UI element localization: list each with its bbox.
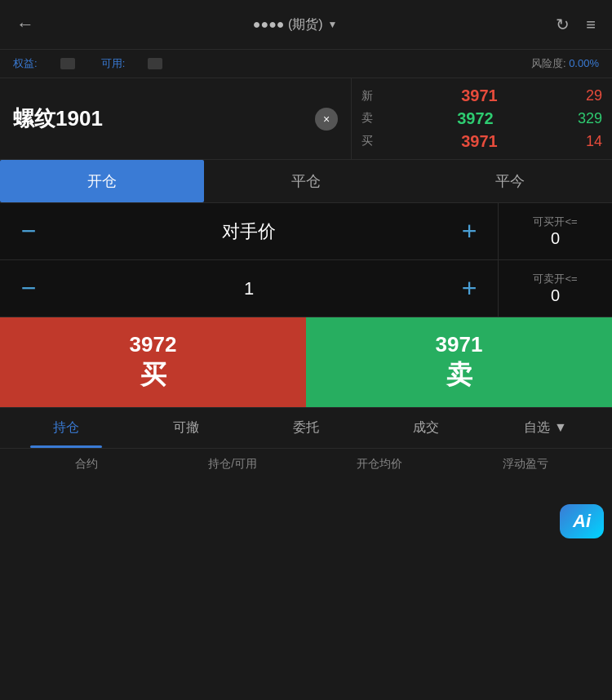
sell-action-price: 3971 (436, 332, 483, 357)
tab-pingcang[interactable]: 平仓 (204, 160, 408, 202)
sell-label: 卖 (361, 111, 373, 126)
sell-available-label: 可卖开<= (533, 272, 577, 286)
buy-available-info: 可买开<= 0 (498, 203, 612, 259)
price-increase-button[interactable]: + (441, 203, 498, 259)
buy-button[interactable]: 3972 买 (0, 317, 306, 407)
ai-badge[interactable]: Ai (560, 504, 604, 538)
risk-value: 0.00% (569, 57, 599, 69)
col-headers: 合约 持仓/可用 开仓均价 浮动盈亏 (0, 448, 612, 480)
tab-entrust[interactable]: 委托 (246, 408, 366, 448)
clear-contract-button[interactable]: × (315, 108, 338, 131)
input-section: − 对手价 + 可买开<= 0 − 1 + 可卖开<= 0 (0, 203, 612, 317)
col-avg-price: 开仓均价 (306, 457, 453, 472)
contract-row: 螺纹1901 × 新 3971 29 卖 3972 329 买 3971 14 (0, 78, 612, 159)
price-input-row: − 对手价 + 可买开<= 0 (0, 203, 612, 260)
tab-holdings[interactable]: 持仓 (7, 408, 126, 448)
buy-action-label: 买 (140, 357, 166, 393)
action-row: 3972 买 3971 卖 (0, 317, 612, 407)
contract-name: 螺纹1901 (13, 104, 315, 133)
col-contract: 合约 (13, 457, 160, 472)
menu-button[interactable]: ≡ (586, 16, 596, 34)
back-button[interactable]: ← (16, 14, 34, 35)
new-label: 新 (361, 89, 373, 104)
col-holdings: 持仓/可用 (160, 457, 307, 472)
header: ← ●●●● ●●●● (期货)(期货) ▼ ↻ ≡ (0, 0, 612, 49)
tab-cancelable[interactable]: 可撤 (126, 408, 246, 448)
risk-section: 风险度: 0.00% (531, 56, 599, 71)
price-input-value[interactable]: 对手价 (57, 219, 441, 244)
tab-kaicang[interactable]: 开仓 (0, 160, 204, 202)
qty-input-row: − 1 + 可卖开<= 0 (0, 260, 612, 317)
qty-increase-button[interactable]: + (441, 260, 498, 317)
sell-count: 329 (578, 110, 602, 127)
watchlist-label: 自选 ▼ (486, 419, 605, 436)
equity-icon (60, 58, 75, 69)
sell-price-row: 卖 3972 329 (361, 109, 602, 128)
buy-available-label: 可买开<= (533, 215, 577, 229)
refresh-button[interactable]: ↻ (556, 15, 570, 34)
available-label: 可用: (101, 56, 126, 71)
sell-button[interactable]: 3971 卖 (306, 317, 612, 407)
header-center: ●●●● ●●●● (期货)(期货) ▼ (253, 16, 338, 33)
price-decrease-button[interactable]: − (0, 203, 57, 259)
new-price-row: 新 3971 29 (361, 86, 602, 105)
sell-available-value: 0 (551, 286, 560, 305)
tab-pingjin[interactable]: 平今 (408, 160, 612, 202)
new-price: 3971 (461, 86, 498, 105)
dropdown-icon[interactable]: ▼ (328, 19, 338, 30)
qty-input-value[interactable]: 1 (57, 278, 441, 299)
sell-price: 3972 (457, 109, 494, 128)
account-title: ●●●● ●●●● (期货)(期货) (253, 16, 323, 33)
buy-available-value: 0 (551, 229, 560, 248)
bottom-tabs: 持仓 可撤 委托 成交 自选 ▼ (0, 407, 612, 448)
buy-action-price: 3972 (130, 332, 177, 357)
risk-label: 风险度: (531, 57, 566, 69)
tab-deals[interactable]: 成交 (366, 408, 486, 448)
available-icon (148, 58, 162, 69)
info-bar: 权益: 可用: 风险度: 0.00% (0, 49, 612, 78)
order-tabs: 开仓 平仓 平今 (0, 159, 612, 203)
contract-left: 螺纹1901 × (0, 78, 351, 159)
qty-decrease-button[interactable]: − (0, 260, 57, 317)
buy-price-row: 买 3971 14 (361, 132, 602, 151)
new-count: 29 (586, 87, 602, 104)
header-icons: ↻ ≡ (556, 15, 596, 34)
sell-available-info: 可卖开<= 0 (498, 260, 612, 317)
col-pnl: 浮动盈亏 (453, 457, 600, 472)
tab-watchlist[interactable]: 自选 ▼ (486, 408, 605, 448)
ai-area: Ai (0, 480, 612, 547)
equity-label: 权益: (13, 56, 38, 71)
contract-right: 新 3971 29 卖 3972 329 买 3971 14 (351, 78, 612, 159)
buy-count: 14 (586, 133, 602, 150)
sell-action-label: 卖 (446, 357, 472, 393)
buy-label: 买 (361, 134, 373, 148)
buy-price: 3971 (461, 132, 498, 151)
